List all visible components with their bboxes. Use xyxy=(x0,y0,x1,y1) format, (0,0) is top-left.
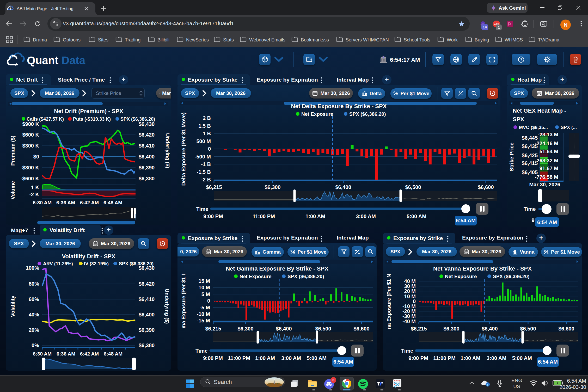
svg-text:i: i xyxy=(487,383,488,386)
svg-text:1:00 AM: 1:00 AM xyxy=(305,213,325,219)
svg-text:1:00 AM: 1:00 AM xyxy=(461,355,480,361)
svg-text:0%: 0% xyxy=(32,342,39,348)
svg-text:Net Delta Exposure By Strike -: Net Delta Exposure By Strike - SPX xyxy=(291,103,387,109)
svg-text:$0: $0 xyxy=(33,154,39,160)
svg-text:9:00 PM: 9:00 PM xyxy=(203,213,223,219)
svg-text:-40 M: -40 M xyxy=(402,318,416,324)
svg-text:$6,215: $6,215 xyxy=(411,326,427,332)
svg-text:SPX: SPX xyxy=(513,116,524,123)
svg-text:1 K: 1 K xyxy=(31,185,39,190)
svg-text:91.67 M: 91.67 M xyxy=(540,166,558,171)
svg-text:$6,400: $6,400 xyxy=(482,326,498,332)
svg-text:6:42 AM: 6:42 AM xyxy=(80,351,99,357)
svg-text:$6,215: $6,215 xyxy=(206,184,222,190)
svg-text:$6,390: $6,390 xyxy=(139,165,155,170)
svg-text:10 M: 10 M xyxy=(199,285,210,290)
svg-text:$6,400: $6,400 xyxy=(139,312,155,317)
svg-text:2 B: 2 B xyxy=(203,115,211,121)
svg-text:51.64 M: 51.64 M xyxy=(540,149,558,154)
svg-text:1:00 AM: 1:00 AM xyxy=(255,355,275,361)
svg-text:$300 K: $300 K xyxy=(22,143,39,149)
svg-text:Net Exposure: Net Exposure xyxy=(301,111,333,117)
svg-text:6:48 AM: 6:48 AM xyxy=(103,200,122,205)
svg-text:-268.32 M: -268.32 M xyxy=(535,158,558,163)
svg-text:$6,425: $6,425 xyxy=(522,152,538,158)
svg-text:-10 M: -10 M xyxy=(197,311,210,317)
svg-text:na Exposure (Per $1 N: na Exposure (Per $1 N xyxy=(386,274,392,329)
svg-text:$6,500: $6,500 xyxy=(315,326,331,332)
svg-text:60%: 60% xyxy=(29,296,39,302)
svg-text:11:00 PM: 11:00 PM xyxy=(253,213,275,219)
svg-text:0: 0 xyxy=(207,298,210,304)
svg-text:80%: 80% xyxy=(29,281,39,287)
svg-text:9: 9 xyxy=(531,217,534,223)
svg-text:6:54 AM: 6:54 AM xyxy=(456,218,476,223)
svg-text:-1.5 B: -1.5 B xyxy=(197,169,211,175)
svg-text:9:00 PM: 9:00 PM xyxy=(408,355,428,361)
svg-text:20%: 20% xyxy=(29,327,39,333)
svg-text:$6,300: $6,300 xyxy=(237,326,253,332)
svg-text:6:30 AM: 6:30 AM xyxy=(33,351,52,357)
svg-text:Delta Exposure (Per $1 Move): Delta Exposure (Per $1 Move) xyxy=(181,112,186,186)
svg-text:-5 M: -5 M xyxy=(200,305,210,310)
svg-text:-776.58 M: -776.58 M xyxy=(535,174,558,180)
svg-text:6:54 AM: 6:54 AM xyxy=(538,359,558,365)
svg-text:SPX ($6,386.20): SPX ($6,386.20) xyxy=(120,117,155,122)
svg-text:$6,400: $6,400 xyxy=(335,184,351,190)
svg-text:MVC ($6,35...: MVC ($6,35... xyxy=(519,125,548,130)
svg-text:Strike Price: Strike Price xyxy=(509,143,514,171)
svg-text:3:00 AM: 3:00 AM xyxy=(281,355,301,361)
svg-text:-15 M: -15 M xyxy=(197,318,210,323)
svg-text:Underlying ($): Underlying ($) xyxy=(164,289,170,324)
svg-text:Net Exposure: Net Exposure xyxy=(445,274,477,279)
svg-text:6:54 AM: 6:54 AM xyxy=(333,359,353,365)
svg-text:$6,390: $6,390 xyxy=(139,327,155,333)
svg-text:Volatility: Volatility xyxy=(10,295,16,317)
svg-text:$6,430: $6,430 xyxy=(139,121,155,127)
svg-text:Net GEX Heat Map -: Net GEX Heat Map - xyxy=(513,107,566,114)
svg-text:-500 M: -500 M xyxy=(195,154,211,160)
svg-text:$6,445: $6,445 xyxy=(522,135,538,141)
svg-text:Underlying ($): Underlying ($) xyxy=(165,133,170,168)
svg-text:Puts (-$319.33 K): Puts (-$319.33 K) xyxy=(73,117,111,122)
svg-text:$6,380: $6,380 xyxy=(139,342,155,348)
svg-text:$6,380: $6,380 xyxy=(139,176,155,181)
svg-text:6:48 AM: 6:48 AM xyxy=(104,351,123,357)
svg-text:500 M: 500 M xyxy=(196,138,211,144)
svg-text:Net Vanna Exposure By Strike -: Net Vanna Exposure By Strike - SPX xyxy=(433,265,532,272)
svg-text:$6,420: $6,420 xyxy=(139,281,155,287)
svg-text:5 M: 5 M xyxy=(201,291,210,297)
svg-text:ARV (11.29%): ARV (11.29%) xyxy=(43,261,73,266)
svg-text:$6,500: $6,500 xyxy=(520,326,536,332)
svg-text:6:36 AM: 6:36 AM xyxy=(56,200,75,205)
svg-text:9:00 PM: 9:00 PM xyxy=(203,355,223,361)
svg-text:15 M: 15 M xyxy=(199,278,210,284)
svg-text:SPX ($6,386.20): SPX ($6,386.20) xyxy=(287,274,324,279)
svg-text:Volatility Drift - SPX: Volatility Drift - SPX xyxy=(62,253,115,260)
svg-text:SPX ($6,386.20): SPX ($6,386.20) xyxy=(493,274,529,279)
svg-text:$6,430: $6,430 xyxy=(139,265,155,271)
svg-text:1.5 B: 1.5 B xyxy=(198,123,211,129)
svg-text:$600 K: $600 K xyxy=(22,132,39,138)
svg-text:11:00 PM: 11:00 PM xyxy=(228,355,250,361)
svg-text:$6,600: $6,600 xyxy=(353,326,369,332)
svg-text:$6,500: $6,500 xyxy=(405,184,421,190)
svg-text:-$600 K: -$600 K xyxy=(21,176,39,181)
svg-text:$900 K: $900 K xyxy=(22,121,39,127)
svg-text:ma Exposure (Per $1 I: ma Exposure (Per $1 I xyxy=(181,274,186,329)
svg-text:$6,300: $6,300 xyxy=(265,184,280,190)
svg-text:Time: Time xyxy=(524,206,536,212)
svg-text:1 B: 1 B xyxy=(203,131,211,136)
svg-text:SPX ($6,386.20): SPX ($6,386.20) xyxy=(349,111,386,117)
svg-text:-224.16 M: -224.16 M xyxy=(535,140,558,146)
svg-text:-2 B: -2 B xyxy=(201,177,211,182)
svg-text:Time: Time xyxy=(401,348,413,354)
svg-text:?: ? xyxy=(520,57,522,62)
svg-text:$6,600: $6,600 xyxy=(558,326,574,332)
svg-text:$6,410: $6,410 xyxy=(139,296,155,302)
svg-text:5:00 AM: 5:00 AM xyxy=(512,355,532,361)
svg-text:Net Drift (Premium) - SPX: Net Drift (Premium) - SPX xyxy=(54,108,123,114)
svg-text:6:30 AM: 6:30 AM xyxy=(33,200,52,205)
svg-text:$6,400: $6,400 xyxy=(276,326,292,332)
svg-text:-28.13 M: -28.13 M xyxy=(538,132,558,137)
